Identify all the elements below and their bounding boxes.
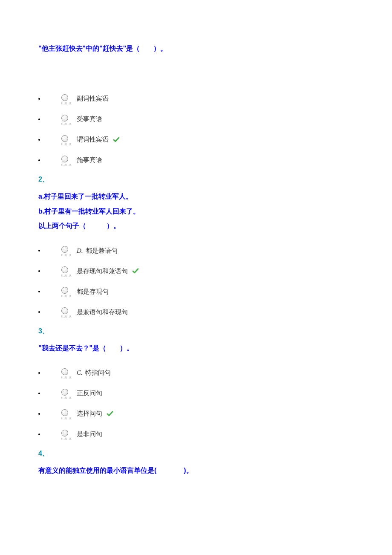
bullet-icon bbox=[38, 98, 40, 100]
option-label: C. 特指问句 bbox=[77, 369, 111, 377]
option-label: 都是存现句 bbox=[77, 288, 109, 296]
question-number: 3、 bbox=[38, 327, 354, 336]
radio-input[interactable] bbox=[61, 155, 72, 166]
checkmark-icon bbox=[131, 267, 140, 275]
question-line: b.村子里有一批转业军人回来了。 bbox=[38, 205, 354, 218]
option-text: 都是兼语句 bbox=[86, 247, 118, 255]
radio-input[interactable] bbox=[61, 245, 72, 256]
option-text: 选择问句 bbox=[77, 410, 102, 418]
option-text: 特指问句 bbox=[85, 369, 111, 377]
bullet-icon bbox=[38, 413, 40, 415]
question-line: 以上两个句子（ ）。 bbox=[38, 220, 354, 232]
option-item[interactable]: 选择问句 bbox=[38, 408, 354, 419]
question-text: "我去还是不去？"是（ ）。 bbox=[38, 342, 354, 355]
bullet-icon bbox=[38, 291, 40, 292]
radio-input[interactable] bbox=[61, 306, 72, 318]
question-line: a.村子里回来了一批转业军人。 bbox=[38, 191, 354, 203]
option-label: 正反问句 bbox=[77, 389, 102, 397]
option-text: 谓词性宾语 bbox=[77, 136, 109, 144]
option-item[interactable]: 受事宾语 bbox=[38, 114, 354, 125]
bullet-icon bbox=[38, 372, 40, 374]
option-label: 选择问句 bbox=[77, 410, 114, 418]
radio-input[interactable] bbox=[61, 93, 72, 104]
radio-input[interactable] bbox=[61, 266, 72, 277]
bullet-icon bbox=[38, 139, 40, 141]
question-line: 有意义的能独立使用的最小语言单位是( )。 bbox=[38, 465, 354, 477]
options-list: C. 特指问句 正反问句 选择问句 bbox=[38, 367, 354, 440]
question-line: "我去还是不去？"是（ ）。 bbox=[38, 342, 354, 355]
option-label: 谓词性宾语 bbox=[77, 136, 121, 144]
spacer bbox=[38, 68, 354, 85]
bullet-icon bbox=[38, 270, 40, 272]
option-item[interactable]: 都是存现句 bbox=[38, 286, 354, 297]
checkmark-icon bbox=[106, 410, 114, 418]
option-item[interactable]: 谓词性宾语 bbox=[38, 134, 354, 145]
bullet-icon bbox=[38, 250, 40, 251]
option-label: 是存现句和兼语句 bbox=[77, 267, 140, 275]
question-text: "他主张赶快去"中的"赶快去"是（ ）。 bbox=[38, 43, 354, 55]
bullet-icon bbox=[38, 311, 40, 313]
radio-input[interactable] bbox=[61, 134, 72, 145]
option-label: 是非问句 bbox=[77, 430, 102, 438]
option-item[interactable]: D. 都是兼语句 bbox=[38, 245, 354, 256]
option-text: 都是存现句 bbox=[77, 288, 109, 296]
option-item[interactable]: 是存现句和兼语句 bbox=[38, 266, 354, 277]
question-line: "他主张赶快去"中的"赶快去"是（ ）。 bbox=[38, 43, 354, 55]
bullet-icon bbox=[38, 434, 40, 435]
bullet-icon bbox=[38, 393, 40, 394]
option-prefix: C. bbox=[77, 369, 83, 376]
option-text: 受事宾语 bbox=[77, 115, 102, 123]
option-item[interactable]: 正反问句 bbox=[38, 388, 354, 399]
option-item[interactable]: C. 特指问句 bbox=[38, 367, 354, 379]
option-label: 副词性宾语 bbox=[77, 95, 109, 103]
option-text: 是存现句和兼语句 bbox=[77, 267, 128, 275]
options-list: D. 都是兼语句 是存现句和兼语句 都是存现句 bbox=[38, 245, 354, 318]
question-text: a.村子里回来了一批转业军人。 b.村子里有一批转业军人回来了。 以上两个句子（… bbox=[38, 191, 354, 232]
question-number: 2、 bbox=[38, 175, 354, 184]
bullet-icon bbox=[38, 119, 40, 120]
options-list: 副词性宾语 受事宾语 谓词性宾语 施事宾语 bbox=[38, 93, 354, 166]
option-label: 施事宾语 bbox=[77, 156, 102, 164]
option-text: 副词性宾语 bbox=[77, 95, 109, 103]
option-label: 受事宾语 bbox=[77, 115, 102, 123]
option-item[interactable]: 施事宾语 bbox=[38, 155, 354, 166]
option-text: 是非问句 bbox=[77, 430, 102, 438]
radio-input[interactable] bbox=[61, 429, 72, 440]
option-text: 是兼语句和存现句 bbox=[77, 308, 128, 316]
option-text: 正反问句 bbox=[77, 389, 102, 397]
option-item[interactable]: 是兼语句和存现句 bbox=[38, 306, 354, 318]
question-number: 4、 bbox=[38, 449, 354, 458]
radio-input[interactable] bbox=[61, 367, 72, 379]
option-prefix: D. bbox=[77, 247, 83, 254]
radio-input[interactable] bbox=[61, 114, 72, 125]
option-item[interactable]: 是非问句 bbox=[38, 429, 354, 440]
radio-input[interactable] bbox=[61, 408, 72, 419]
option-label: 是兼语句和存现句 bbox=[77, 308, 128, 316]
option-item[interactable]: 副词性宾语 bbox=[38, 93, 354, 104]
checkmark-icon bbox=[112, 136, 121, 144]
question-text: 有意义的能独立使用的最小语言单位是( )。 bbox=[38, 465, 354, 477]
radio-input[interactable] bbox=[61, 286, 72, 297]
radio-input[interactable] bbox=[61, 388, 72, 399]
option-text: 施事宾语 bbox=[77, 156, 102, 164]
option-label: D. 都是兼语句 bbox=[77, 247, 118, 255]
bullet-icon bbox=[38, 159, 40, 161]
